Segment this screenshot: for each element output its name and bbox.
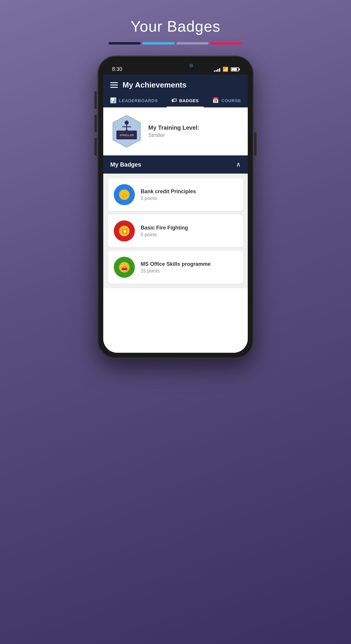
- svg-point-3: [125, 121, 129, 125]
- training-level-value: Stroller: [148, 132, 199, 138]
- tab-leaderboards[interactable]: 📊 LEADERBOARDS: [105, 94, 162, 107]
- empty-content-area: [103, 288, 248, 353]
- status-bar: 8:30 📶: [103, 61, 248, 75]
- wifi-icon: 📶: [223, 66, 228, 72]
- battery-icon: [231, 67, 239, 71]
- status-time: 8:30: [112, 66, 122, 72]
- badge-points: 2 points: [141, 196, 196, 201]
- list-item[interactable]: 🤝 Bank credit Principles 2 points: [108, 178, 243, 211]
- status-notch: [155, 61, 196, 70]
- phone-frame: 8:30 📶: [98, 56, 253, 358]
- page-title-area: Your Badges: [0, 0, 351, 53]
- header-title: My Achievements: [123, 80, 187, 90]
- color-bar-light-blue: [142, 42, 175, 44]
- badges-section-header[interactable]: My Badges ∧: [103, 155, 248, 174]
- main-content: STROLLER My Training Level: Stroller: [103, 107, 248, 353]
- leaderboards-icon: 📊: [110, 97, 117, 104]
- color-bar-dark-navy: [109, 42, 141, 44]
- nav-tabs: 📊 LEADERBOARDS 🏷 BADGES 📅 COURSE: [103, 90, 248, 107]
- tab-leaderboards-label: LEADERBOARDS: [119, 98, 158, 103]
- badge-info-ms-office: MS Office Skills programme 15 points: [141, 261, 211, 274]
- color-bar-lavender: [176, 42, 209, 44]
- signal-bar-4: [219, 68, 220, 72]
- training-info: My Training Level: Stroller: [148, 124, 199, 138]
- badge-points: 5 points: [141, 232, 188, 237]
- svg-text:STROLLER: STROLLER: [120, 134, 134, 137]
- phone-screen: 8:30 📶: [103, 61, 248, 353]
- training-badge: STROLLER: [112, 114, 141, 148]
- list-item[interactable]: 💥 Basic Fire Fighting 5 points: [108, 215, 243, 247]
- color-bar-pink-red: [210, 42, 242, 44]
- badge-list: 🤝 Bank credit Principles 2 points 💥: [103, 174, 248, 288]
- badge-info-fire-fighting: Basic Fire Fighting 5 points: [141, 225, 188, 237]
- app-header: My Achievements: [103, 75, 248, 90]
- signal-bar-2: [216, 70, 217, 72]
- training-level-card: STROLLER My Training Level: Stroller: [103, 107, 248, 155]
- notch-camera: [190, 64, 193, 67]
- status-icons: 📶: [214, 66, 239, 72]
- list-item[interactable]: 🚗 MS Office Skills programme 15 points: [108, 251, 243, 284]
- hamburger-menu-icon[interactable]: [110, 82, 118, 88]
- tab-course[interactable]: 📅 COURSE: [208, 94, 246, 107]
- training-level-label: My Training Level:: [148, 124, 199, 131]
- signal-bar-1: [214, 71, 215, 72]
- badge-name: Bank credit Principles: [141, 189, 196, 195]
- badge-name: MS Office Skills programme: [141, 261, 211, 267]
- tab-badges[interactable]: 🏷 BADGES: [167, 94, 204, 107]
- svg-text:🤝: 🤝: [121, 191, 128, 198]
- signal-bars-icon: [214, 67, 220, 72]
- svg-text:🚗: 🚗: [121, 264, 128, 271]
- badge-icon-ms-office: 🚗: [114, 257, 135, 278]
- badge-points: 15 points: [141, 268, 211, 274]
- svg-text:💥: 💥: [121, 227, 128, 234]
- badge-name: Basic Fire Fighting: [141, 225, 188, 231]
- page-title: Your Badges: [131, 18, 221, 35]
- color-bars: [109, 42, 242, 44]
- badge-icon-fire-fighting: 💥: [114, 220, 135, 242]
- battery-fill: [232, 68, 237, 71]
- badge-icon-bank-credit: 🤝: [114, 184, 135, 205]
- badge-info-bank-credit: Bank credit Principles 2 points: [141, 189, 196, 201]
- badges-section-title: My Badges: [110, 161, 141, 168]
- course-icon: 📅: [212, 97, 219, 104]
- tab-badges-label: BADGES: [179, 98, 199, 103]
- badges-icon: 🏷: [171, 97, 177, 104]
- signal-bar-3: [217, 69, 218, 72]
- chevron-up-icon: ∧: [236, 161, 241, 168]
- tab-course-label: COURSE: [221, 98, 241, 103]
